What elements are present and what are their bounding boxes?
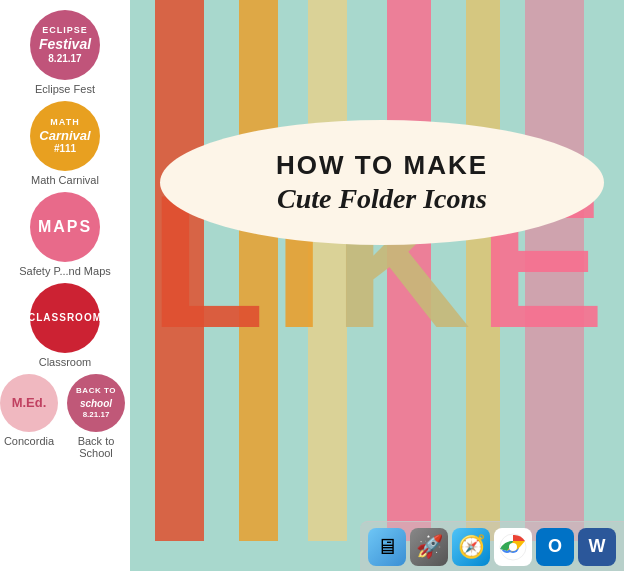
eclipse-icon: ECLIPSE Festival 8.21.17: [30, 10, 100, 80]
dock: 🖥 🚀 🧭 O W: [360, 521, 624, 571]
sidebar-item-maps[interactable]: MAPS Safety P...nd Maps: [0, 192, 130, 277]
main-content: L I K E HOW TO MAKE Cute Folder Icons 🖥 …: [130, 0, 624, 571]
dock-outlook[interactable]: O: [536, 528, 574, 566]
title-line1: HOW TO MAKE: [276, 150, 488, 181]
concordia-icon: M.Ed.: [0, 374, 58, 432]
sidebar-item-classroom[interactable]: CLASSROOM Classroom: [0, 283, 130, 368]
sidebar: ECLIPSE Festival 8.21.17 Eclipse Fest MA…: [0, 0, 130, 571]
maps-label: Safety P...nd Maps: [19, 265, 111, 277]
classroom-label: Classroom: [39, 356, 92, 368]
math-label: Math Carnival: [31, 174, 99, 186]
letters-container: L I K E: [130, 0, 624, 541]
backtoschool-icon: BACK TO school 8.21.17: [67, 374, 125, 432]
background: L I K E: [130, 0, 624, 541]
title-oval: HOW TO MAKE Cute Folder Icons: [160, 120, 604, 245]
maps-icon: MAPS: [30, 192, 100, 262]
sidebar-item-math[interactable]: MATH Carnival #111 Math Carnival: [0, 101, 130, 186]
svg-point-2: [509, 543, 517, 551]
classroom-icon: CLASSROOM: [30, 283, 100, 353]
dock-finder[interactable]: 🖥: [368, 528, 406, 566]
eclipse-label: Eclipse Fest: [35, 83, 95, 95]
concordia-label: Concordia: [4, 435, 54, 447]
dock-word[interactable]: W: [578, 528, 616, 566]
bottom-row: M.Ed. Concordia BACK TO school 8.21.17 B…: [0, 374, 130, 459]
dock-safari[interactable]: 🧭: [452, 528, 490, 566]
dock-chrome[interactable]: [494, 528, 532, 566]
title-line2: Cute Folder Icons: [277, 183, 487, 215]
sidebar-item-concordia[interactable]: M.Ed. Concordia: [0, 374, 58, 447]
dock-launchpad[interactable]: 🚀: [410, 528, 448, 566]
sidebar-item-backtoschool[interactable]: BACK TO school 8.21.17 Back to School: [62, 374, 130, 459]
sidebar-item-eclipse[interactable]: ECLIPSE Festival 8.21.17 Eclipse Fest: [0, 10, 130, 95]
math-icon: MATH Carnival #111: [30, 101, 100, 171]
backtoschool-label: Back to School: [62, 435, 130, 459]
